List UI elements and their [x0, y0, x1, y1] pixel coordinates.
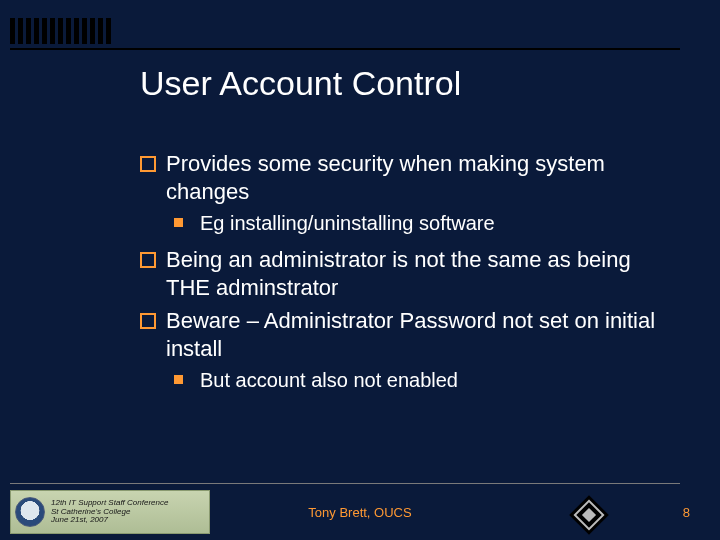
bullet-level2: Eg installing/uninstalling software [174, 211, 660, 236]
slide: User Account Control Provides some secur… [0, 0, 720, 540]
divider-top [10, 48, 680, 50]
footer-page-number: 8 [683, 505, 690, 520]
bullet-level1: Provides some security when making syste… [140, 150, 660, 205]
footer-center: Tony Brett, OUCS [0, 505, 720, 520]
diamond-icon [568, 494, 610, 536]
bullet-level2: But account also not enabled [174, 368, 660, 393]
slide-title: User Account Control [140, 64, 461, 103]
slide-content: Provides some security when making syste… [140, 150, 660, 403]
bullet-level1: Beware – Administrator Password not set … [140, 307, 660, 362]
divider-bottom [10, 483, 680, 484]
bullet-level1: Being an administrator is not the same a… [140, 246, 660, 301]
decorative-bars [10, 18, 111, 44]
